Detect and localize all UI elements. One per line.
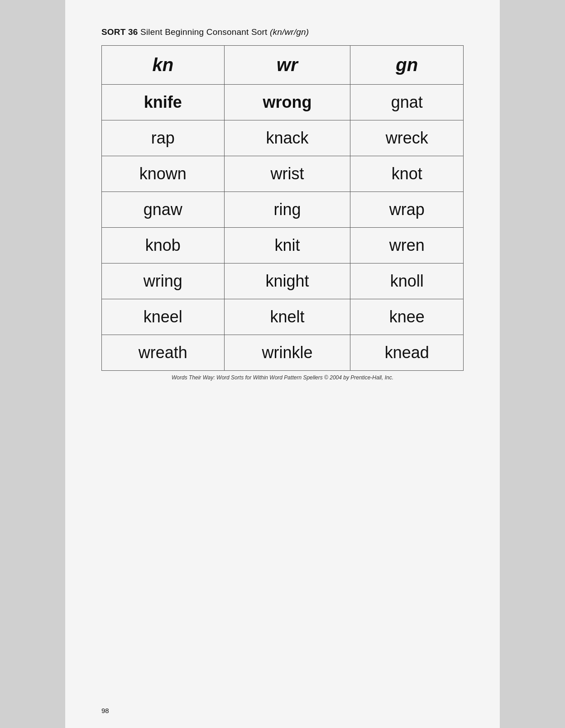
- table-cell: knelt: [224, 299, 350, 335]
- table-cell: knit: [224, 228, 350, 263]
- page-number: 98: [101, 707, 109, 714]
- table-cell: wrinkle: [224, 335, 350, 371]
- table-cell: gnat: [350, 85, 464, 120]
- table-row: wreathwrinkleknead: [102, 335, 464, 371]
- page: SORT 36 Silent Beginning Consonant Sort …: [65, 0, 500, 728]
- table-cell: wreck: [350, 120, 464, 156]
- table-cell: wrist: [224, 156, 350, 192]
- page-title: SORT 36 Silent Beginning Consonant Sort …: [101, 27, 464, 37]
- table-cell: rap: [102, 120, 225, 156]
- table-row: wringknightknoll: [102, 263, 464, 299]
- table-cell: knoll: [350, 263, 464, 299]
- title-text: Silent Beginning Consonant Sort: [140, 27, 270, 37]
- table-cell: knee: [350, 299, 464, 335]
- table-row: kneelkneltknee: [102, 299, 464, 335]
- table-cell: wren: [350, 228, 464, 263]
- table-row: gnawringwrap: [102, 192, 464, 228]
- title-formula: (kn/wr/gn): [270, 27, 309, 37]
- header-row: kn wr gn: [102, 46, 464, 85]
- table-row: knobknitwren: [102, 228, 464, 263]
- sort-number: SORT 36: [101, 27, 138, 37]
- table-cell: wreath: [102, 335, 225, 371]
- table-cell: wrap: [350, 192, 464, 228]
- table-cell: wrong: [224, 85, 350, 120]
- table-cell: knot: [350, 156, 464, 192]
- table-cell: wring: [102, 263, 225, 299]
- table-row: knownwristknot: [102, 156, 464, 192]
- table-row: rapknackwreck: [102, 120, 464, 156]
- table-cell: knead: [350, 335, 464, 371]
- table-cell: knight: [224, 263, 350, 299]
- header-wr: wr: [224, 46, 350, 85]
- header-gn: gn: [350, 46, 464, 85]
- header-kn: kn: [102, 46, 225, 85]
- table-cell: ring: [224, 192, 350, 228]
- sort-table: kn wr gn knifewronggnatrapknackwreckknow…: [101, 45, 464, 371]
- table-cell: known: [102, 156, 225, 192]
- table-cell: gnaw: [102, 192, 225, 228]
- table-cell: knife: [102, 85, 225, 120]
- table-row: knifewronggnat: [102, 85, 464, 120]
- table-cell: kneel: [102, 299, 225, 335]
- table-cell: knack: [224, 120, 350, 156]
- footer-citation: Words Their Way: Word Sorts for Within W…: [101, 374, 464, 381]
- table-cell: knob: [102, 228, 225, 263]
